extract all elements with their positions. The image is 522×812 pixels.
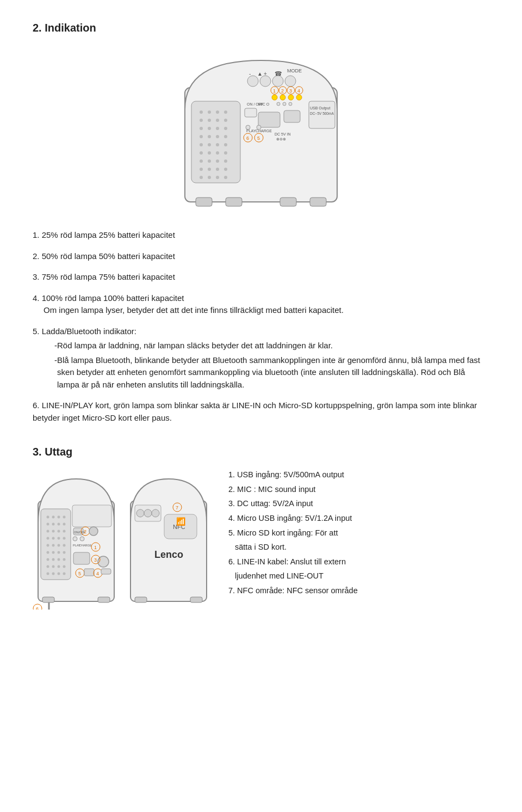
indicator-text: 75% röd lampa 75% batteri kapacitet	[42, 272, 175, 281]
svg-point-118	[58, 565, 60, 568]
svg-point-6	[200, 110, 203, 114]
svg-text:4: 4	[297, 88, 300, 94]
svg-point-65	[277, 102, 280, 106]
indicator-num: 1.	[33, 230, 42, 239]
svg-point-109	[52, 551, 55, 554]
outlet-item-5b: sätta i SD kort.	[228, 540, 489, 554]
bullet-text-5a: Röd lampa är laddning, när lampan släcks…	[57, 340, 489, 352]
svg-point-19	[208, 135, 211, 138]
svg-point-159	[136, 509, 144, 517]
svg-point-100	[47, 537, 49, 540]
indicator-list: 1. 25% röd lampa 25% batteri kapacitet 2…	[33, 229, 489, 424]
svg-point-99	[63, 530, 66, 533]
indicator-text-4b: Om ingen lampa lyser, betyder det att de…	[33, 304, 344, 317]
top-view-svg: - ▲ + ☎ MODE 1 2 3 4	[169, 44, 353, 213]
svg-point-18	[200, 135, 203, 138]
svg-point-21	[224, 135, 227, 138]
svg-rect-1	[196, 198, 212, 206]
svg-rect-138	[84, 569, 94, 576]
svg-point-38	[200, 176, 203, 179]
svg-point-111	[63, 551, 66, 554]
indicator-num: 2.	[33, 251, 42, 261]
svg-point-94	[58, 523, 60, 526]
svg-point-91	[63, 516, 66, 519]
device-top-diagram: - ▲ + ☎ MODE 1 2 3 4	[33, 44, 489, 213]
svg-text:4: 4	[96, 571, 99, 576]
svg-point-17	[224, 127, 227, 130]
svg-point-53	[288, 95, 294, 100]
indicator-text-4a: 100% röd lampa 100% batteri kapacitet	[42, 293, 184, 303]
svg-text:5: 5	[78, 571, 81, 576]
svg-text:⊕⊖⊕: ⊕⊖⊕	[276, 137, 286, 141]
svg-point-113	[52, 558, 55, 561]
svg-text:3: 3	[94, 557, 97, 563]
indicator-item-3: 3. 75% röd lampa 75% batteri kapacitet	[33, 271, 489, 284]
svg-point-115	[63, 558, 66, 561]
svg-point-24	[216, 143, 219, 146]
svg-point-29	[224, 151, 227, 155]
svg-point-106	[58, 544, 60, 547]
svg-point-30	[200, 159, 203, 163]
indicator-text: 50% röd lampa 50% batteri kapacitet	[42, 251, 175, 261]
svg-text:6: 6	[36, 606, 39, 610]
svg-point-108	[47, 551, 49, 554]
svg-point-27	[208, 151, 211, 155]
svg-text:6: 6	[246, 136, 249, 141]
svg-point-92	[47, 523, 49, 526]
indicator-num: 6.	[33, 401, 42, 410]
svg-text:DC⎓5V 500mA: DC⎓5V 500mA	[310, 112, 334, 115]
svg-point-76	[246, 125, 250, 130]
section3-text: 1. USB ingång: 5V/500mA output 2. MIC : …	[228, 468, 489, 599]
svg-point-90	[58, 516, 60, 519]
svg-point-25	[224, 143, 227, 146]
svg-point-102	[58, 537, 60, 540]
svg-rect-69	[258, 112, 280, 127]
svg-point-103	[63, 537, 66, 540]
svg-point-15	[208, 127, 211, 130]
svg-rect-3	[280, 198, 296, 206]
indicator-label-5: Ladda/Bluetooth indikator:	[42, 327, 136, 336]
svg-point-67	[289, 102, 292, 106]
svg-point-23	[208, 143, 211, 146]
svg-rect-151	[190, 597, 202, 602]
svg-point-32	[216, 159, 219, 163]
indicator-item-4: 4. 100% röd lampa 100% batteri kapacitet…	[33, 292, 489, 317]
outlet-item-6b: ljudenhet med LINE-OUT	[228, 569, 489, 583]
front-view-svg: ON/OFF 2 1 3 5	[33, 468, 120, 610]
svg-point-114	[58, 558, 60, 561]
indicator-item-1: 1. 25% röd lampa 25% batteri kapacitet	[33, 229, 489, 242]
outlet-item-5: 5. Micro SD kort ingång: För att	[228, 526, 489, 540]
sub-bullet-5b: - Blå lampa Bluetooth, blinkande betyder…	[44, 354, 489, 391]
svg-text:CHARGE: CHARGE	[79, 544, 92, 547]
sub-bullet-5a: - Röd lampa är laddning, när lampan släc…	[44, 340, 489, 352]
svg-rect-68	[245, 108, 257, 117]
svg-point-39	[208, 176, 211, 179]
svg-point-117	[52, 565, 55, 568]
indicator-item-2: 2. 50% röd lampa 50% batteri kapacitet	[33, 250, 489, 263]
svg-point-50	[285, 76, 296, 87]
svg-point-47	[247, 76, 258, 87]
svg-point-13	[224, 119, 227, 122]
svg-point-16	[216, 127, 219, 130]
svg-point-7	[208, 110, 211, 114]
svg-point-105	[52, 544, 55, 547]
svg-point-40	[216, 176, 219, 179]
svg-point-119	[63, 565, 66, 568]
svg-rect-130	[73, 552, 90, 564]
svg-point-34	[200, 168, 203, 171]
svg-point-97	[52, 530, 55, 533]
svg-point-145	[73, 537, 77, 541]
indicator-num: 3.	[33, 272, 42, 281]
indicator-num: 4.	[33, 293, 42, 303]
svg-point-36	[216, 168, 219, 171]
outlet-item-6: 6. LINE-IN kabel: Anslut till extern	[228, 555, 489, 569]
svg-point-11	[208, 119, 211, 122]
svg-rect-4	[310, 198, 326, 206]
svg-point-28	[216, 151, 219, 155]
indicator-text-6: LINE-IN/PLAY kort, grön lampa som blinka…	[33, 401, 477, 422]
indicator-text: 25% röd lampa 25% batteri kapacitet	[42, 230, 175, 239]
svg-point-12	[216, 119, 219, 122]
svg-point-116	[47, 565, 49, 568]
svg-point-107	[63, 544, 66, 547]
svg-point-49	[272, 76, 283, 87]
